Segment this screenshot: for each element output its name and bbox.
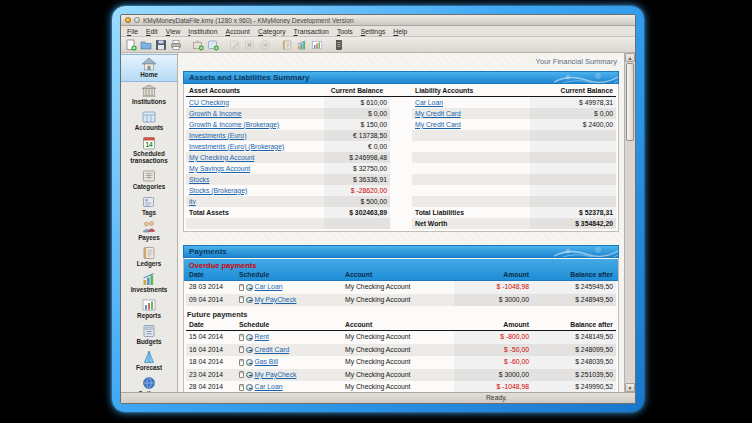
column-spacer [390,185,412,196]
new-file-icon[interactable] [124,38,137,51]
account-link-my-credit-card[interactable]: My Credit Card [415,110,461,117]
account-link-investments-euro-brokerage[interactable]: Investments (Euro) (Brokerage) [189,143,284,150]
account-name-cell: Growth & Income (Brokerage) [186,119,324,130]
column-header-asset-accounts: Asset Accounts [186,85,324,97]
sidebar-item-scheduled-transactions[interactable]: 14Scheduled transactions [121,134,177,167]
scroll-up-arrow-icon[interactable]: ▲ [625,53,635,62]
sidebar-item-ledgers[interactable]: Ledgers [121,244,177,270]
account-link-growth-income[interactable]: Growth & Income [189,110,242,117]
menu-tools[interactable]: Tools [333,28,357,35]
account-link-growth-income-brokerage[interactable]: Growth & Income (Brokerage) [189,121,279,128]
future-payments-table: 15 04 2014RentMy Checking Account$ -800,… [186,331,616,392]
menu-category[interactable]: Category [254,28,290,35]
account-link-my-savings-account[interactable]: My Savings Account [189,165,250,172]
schedule-link-rent[interactable]: Rent [255,333,269,341]
skip-schedule-icon[interactable] [246,359,253,366]
payees-icon [141,220,157,234]
forecast-icon [141,350,157,364]
main-scrollbar[interactable]: ▲ ▼ [624,53,635,392]
enter-schedule-icon[interactable] [239,384,244,391]
menu-edit[interactable]: Edit [142,28,162,35]
open-file-icon[interactable] [139,38,152,51]
schedule-link-gas-bill[interactable]: Gas Bill [255,358,278,366]
institution-icon [141,84,157,98]
skip-schedule-icon[interactable] [246,372,253,379]
sidebar-item-investments[interactable]: Investments [121,270,177,296]
account-balance-cell: $ 2400,00 [530,119,616,130]
payments-panel: Overdue payments Date Schedule Account A… [183,258,619,392]
skip-schedule-icon[interactable] [246,297,253,304]
enter-schedule-icon[interactable] [239,346,244,353]
menu-view[interactable]: View [162,28,185,35]
menu-institution[interactable]: Institution [184,28,221,35]
payment-balance-after: $ 251039,50 [532,369,616,382]
new-account-icon[interactable] [206,38,219,51]
payment-balance-after: $ 248039,50 [532,356,616,369]
enter-schedule-icon[interactable] [239,334,244,341]
menu-settings[interactable]: Settings [357,28,390,35]
account-balance-cell: $ -28620,00 [324,185,390,196]
sidebar-item-categories[interactable]: Categories [121,167,177,193]
monitor-frame: KMyMoneyDataFile.kmy (1280 x 960) - KMyM… [112,6,644,412]
account-link-investments-euro[interactable]: Investments (Euro) [189,132,246,139]
schedule-link-my-paycheck[interactable]: My PayCheck [255,296,297,304]
account-link-my-credit-card[interactable]: My Credit Card [415,121,461,128]
schedule-link-car-loan[interactable]: Car Loan [255,283,283,291]
investments-icon[interactable] [295,38,308,51]
flourish-decoration [554,246,618,258]
assets-liabilities-header: Assets and Liabilities Summary [183,71,619,84]
account-link-car-loan[interactable]: Car Loan [415,99,443,106]
detail-icon[interactable] [332,38,345,51]
schedule-link-credit-card[interactable]: Credit Card [255,346,290,354]
payment-schedule-cell: Credit Card [236,344,342,357]
account-balance-cell: $ 500,00 [324,196,390,207]
window-menu-button[interactable] [134,17,140,23]
account-link-my-checking-account[interactable]: My Checking Account [189,154,254,161]
menu-transaction[interactable]: Transaction [290,28,333,35]
ledgers-icon[interactable] [280,38,293,51]
account-balance-cell: $ 0,00 [530,108,616,119]
new-institution-icon[interactable] [191,38,204,51]
account-link-itv[interactable]: itv [189,198,196,205]
account-link-stocks[interactable]: Stocks [189,176,209,183]
sidebar-item-outbox[interactable]: Outbox [121,374,177,392]
column-spacer [390,141,412,152]
column-spacer [390,85,412,97]
column-spacer [390,152,412,163]
skip-schedule-icon[interactable] [246,334,253,341]
column-header-schedule: Schedule [236,320,342,331]
skip-schedule-icon[interactable] [246,347,253,354]
schedule-link-my-paycheck[interactable]: My PayCheck [255,371,297,379]
save-icon[interactable] [154,38,167,51]
sidebar-item-budgets[interactable]: Budgets [121,322,177,348]
reports-icon[interactable] [310,38,323,51]
menu-account[interactable]: Account [221,28,254,35]
menu-help[interactable]: Help [389,28,411,35]
sidebar-item-home[interactable]: Home [121,54,177,82]
sidebar-item-forecast[interactable]: Forecast [121,348,177,374]
scroll-down-arrow-icon[interactable]: ▼ [625,383,635,392]
skip-schedule-icon[interactable] [246,384,253,391]
account-link-cu-checking[interactable]: CU Checking [189,99,229,106]
account-link-stocks-brokerage[interactable]: Stocks (Brokerage) [189,187,247,194]
account-balance-cell [530,185,616,196]
print-icon[interactable] [169,38,182,51]
account-name-cell: Investments (Euro) [186,130,324,141]
enter-schedule-icon[interactable] [239,371,244,378]
account-balance-cell: $ 0,00 [324,108,390,119]
enter-schedule-icon[interactable] [239,284,244,291]
sidebar-item-accounts[interactable]: Accounts [121,108,177,134]
menu-file[interactable]: File [123,28,142,35]
reports-icon [141,298,157,312]
payment-account: My Checking Account [342,344,454,357]
sidebar-item-tags[interactable]: Tags [121,193,177,219]
sidebar-item-institutions[interactable]: Institutions [121,82,177,108]
scrollbar-thumb[interactable] [626,63,634,141]
skip-schedule-icon[interactable] [246,284,253,291]
sidebar-item-payees[interactable]: Payees [121,218,177,244]
account-balance-cell: $ 49978,31 [530,97,616,108]
schedule-link-car-loan[interactable]: Car Loan [255,383,283,391]
sidebar-item-reports[interactable]: Reports [121,296,177,322]
enter-schedule-icon[interactable] [239,359,244,366]
enter-schedule-icon[interactable] [239,296,244,303]
